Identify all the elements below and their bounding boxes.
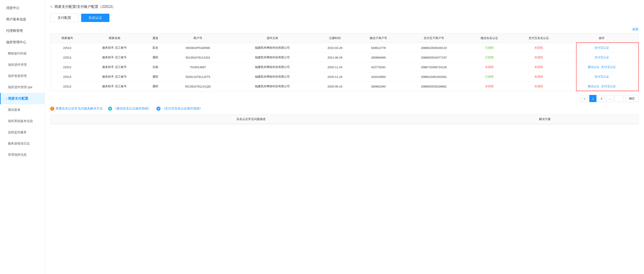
table-row: 22513 服务助手-员工账号 通联 55139107911X201 福建凯米网… [50,53,638,62]
sidebar-item-messages[interactable]: 消息中心 [0,2,44,14]
help-link-wechat[interactable]: 《微信实名认证操作指南》 [114,107,151,111]
cell-reg-time: 2020-11-24 [315,62,355,72]
help-link-alipay[interactable]: 《支付宝实名认证操作指南》 [162,107,203,111]
data-table-wrapper: 商家编号 商家名称 通道 商户号 进件主体 注册时间 微信子商户号 支付宝子商户… [50,33,638,91]
page-input[interactable] [615,95,624,102]
page-header: < 商家支付配置/支付账户配置（22513） [50,5,638,9]
cell-alipay-auth: 未授权 [512,43,565,53]
cell-entity: 福建凯米网络科技有限公司 [230,72,314,82]
cell-channel: 通联 [145,72,166,82]
cell-entity: 福建凯米网络科技有限公司 [230,62,314,72]
col-mch-no: 商户号 [166,34,230,43]
cell-wechat-auth: 未授权 [466,62,512,72]
sidebar-item-test-menu[interactable]: 测试菜单 [0,104,44,116]
col-merchant-name: 商家名称 [84,34,145,43]
bottom-col1: 实名认证常见问题描述 [50,114,452,124]
col-reg-time: 注册时间 [315,34,355,43]
action-link-微信认证[interactable]: 微信认证 [588,85,600,88]
cell-merchant-id: 22513 [50,43,84,53]
cell-mch-no: 55261107911JXT5 [166,72,230,82]
cell-reg-time: 2020-06-10 [315,82,355,91]
cell-merchant-name: 服务助手-员工账号 [84,82,145,91]
cell-mch-no: 0003910F5184565 [166,43,230,53]
cell-wechat-sub: 260866469 [355,53,402,62]
sidebar-item-user-info[interactable]: 用户基本信息 [0,14,44,25]
col-wechat-auth: 微信实名认证 [466,34,512,43]
action-link-支付宝认证[interactable]: 支付宝认证 [601,65,616,69]
help-icon-wechat: ⊙ [108,107,112,111]
cell-alipay-sub: 2088710356724126 [402,62,466,72]
action-link-支付宝认证[interactable]: 支付宝认证 [601,85,616,88]
cell-alipay-auth: 未授权 [512,53,565,62]
cell-channel: 乐刷 [145,62,166,72]
cell-merchant-name: 服务助手-员工账号 [84,62,145,72]
cell-actions: 支付宝认证 [565,53,638,62]
table-row: 22513 服务助手-员工账号 通联 55139107911X1QD 福建凯米网… [50,82,638,91]
tab-real-name[interactable]: 实名认证 [81,14,110,22]
action-link-支付宝认证[interactable]: 支付宝认证 [594,75,609,78]
sidebar-item-manage-venue[interactable]: 管理场所信息 [0,149,44,160]
cell-channel: 富友 [145,43,166,53]
help-alipay[interactable]: ⊙ 《支付宝实名认证操作指南》 [156,107,203,111]
sidebar: 消息中心用户基本信息代理商管理场所管理中心网络签约列表场所进件管理场所资源管理场… [0,0,45,274]
cell-actions: 支付宝认证 [565,43,638,53]
action-link-微信认证[interactable]: 微信认证 [588,65,600,69]
cell-actions: 支付宝认证 [565,72,638,82]
cell-mch-no: 55139107911X201 [166,53,230,62]
cell-reg-time: 2020-11-24 [315,72,355,82]
table-row: 22513 服务助手-员工账号 通联 55261107911JXT5 福建凯米网… [50,72,638,82]
cell-reg-time: 2021-06-29 [315,53,355,62]
cell-alipay-sub: 2088000535206861 [402,82,466,91]
cell-actions: 微信认证支付宝认证 [565,82,638,91]
help-row: ? 查看实名认证常见问题及解决方法 ⊙ 《微信实名认证操作指南》 ⊙ 《支付宝实… [50,107,638,111]
refresh-button[interactable]: 刷新 [632,27,638,32]
help-wechat[interactable]: ⊙ 《微信实名认证操作指南》 [108,107,151,111]
cell-entity: 福建凯米网络科技有限公司 [230,82,314,91]
cell-merchant-name: 服务助手-员工账号 [84,43,145,53]
help-faq[interactable]: ? 查看实名认证常见问题及解决方法 [50,107,103,111]
sidebar-item-version-info[interactable]: 场所系统版本信息 [0,116,44,127]
page-confirm[interactable]: 确定 [625,95,638,102]
col-alipay-auth: 支付宝实名认证 [512,34,565,43]
cell-wechat-auth: 未授权 [466,82,512,91]
page-1[interactable]: 1 [589,95,596,102]
bottom-col2: 解决方案 [452,114,638,124]
action-link-支付宝认证[interactable]: 支付宝认证 [594,56,609,59]
help-icon-alipay: ⊙ [156,107,160,111]
sidebar-item-network-sign[interactable]: 网络签约列表 [0,48,44,59]
sidebar-item-remote-monitor[interactable]: 远程监控服务 [0,127,44,138]
cell-channel: 通联 [145,82,166,91]
cell-wechat-auth: 已授权 [466,53,512,62]
col-entity: 进件主体 [230,34,314,43]
cell-alipay-auth: 未授权 [512,62,565,72]
sidebar-item-agent-manage[interactable]: 代理商管理 [0,25,44,37]
cell-mch-no: 7519514087 [166,62,230,72]
cell-merchant-id: 22513 [50,53,84,62]
data-table: 商家编号 商家名称 通道 商户号 进件主体 注册时间 微信子商户号 支付宝子商户… [50,34,638,91]
cell-actions: 微信认证支付宝认证 [565,62,638,72]
cell-merchant-name: 服务助手-员工账号 [84,72,145,82]
col-channel: 通道 [145,34,166,43]
cell-wechat-sub: 415770291 [355,62,402,72]
cell-wechat-sub: 260862040 [355,82,402,91]
sidebar-item-merchant-pay[interactable]: ›商家支付配置 [0,93,44,104]
col-merchant-id: 商家编号 [50,34,84,43]
help-link-faq[interactable]: 查看实名认证常见问题及解决方法 [56,107,103,111]
help-icon-faq: ? [50,107,54,111]
page-2[interactable]: 2 [598,95,605,102]
sidebar-item-venue-center[interactable]: 场所管理中心 [0,37,44,48]
cell-alipay-sub: 2088000534377157 [402,53,466,62]
cell-entity: 福建凯米网络科技有限公司 [230,43,314,53]
sidebar-item-venue-resource[interactable]: 场所资源管理 [0,71,44,82]
sidebar-item-venue-yjw[interactable]: 场所进件管理-yjw [0,82,44,93]
tab-pay-config[interactable]: 支付配置 [50,14,78,22]
back-arrow[interactable]: < [50,5,53,9]
sidebar-item-venue-setup[interactable]: 场所进件管理 [0,59,44,71]
page-ellipsis[interactable]: ... [606,95,614,102]
action-link-支付宝认证[interactable]: 支付宝认证 [594,46,609,49]
col-actions: 操作 [565,34,638,43]
sidebar-item-server-error[interactable]: 服务器错误日志 [0,138,44,149]
bottom-table: 实名认证常见问题描述 解决方案 [50,114,638,124]
tabs: 支付配置 实名认证 [50,14,638,22]
page-prev[interactable]: « [581,95,588,102]
